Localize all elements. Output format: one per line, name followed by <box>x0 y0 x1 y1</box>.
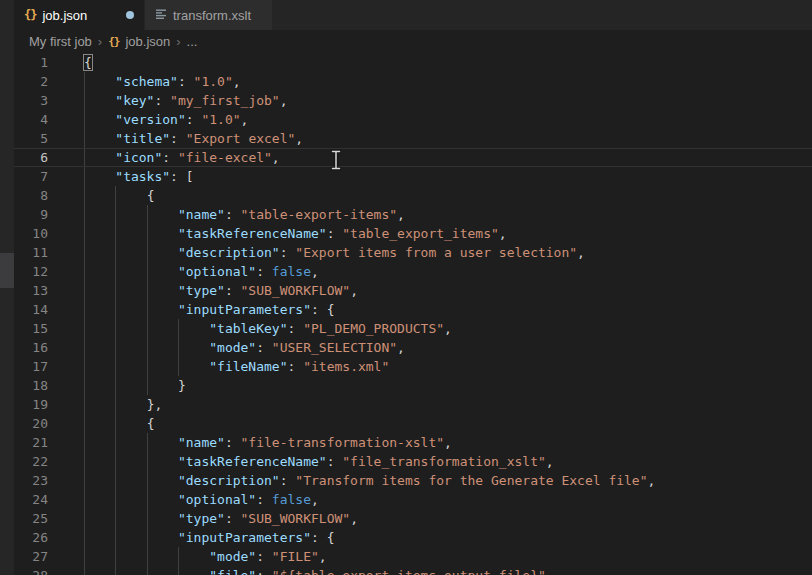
breadcrumb-item-symbol[interactable]: ... <box>187 34 198 49</box>
indent-guide <box>115 566 116 575</box>
code-line[interactable]: 15 "tableKey": "PL_DEMO_PRODUCTS", <box>14 319 812 338</box>
line-number[interactable]: 3 <box>14 91 48 110</box>
indent-guide <box>115 338 116 357</box>
code-line[interactable]: 26 "inputParameters": { <box>14 528 812 547</box>
code-line[interactable]: 6 "icon": "file-excel", <box>14 148 812 167</box>
indent-guide <box>115 414 116 433</box>
tab-job-json[interactable]: {} job.json <box>14 0 144 30</box>
line-number[interactable]: 16 <box>14 338 48 357</box>
line-number[interactable]: 22 <box>14 452 48 471</box>
code-line[interactable]: 13 "type": "SUB_WORKFLOW", <box>14 281 812 300</box>
code-line[interactable]: 20 { <box>14 414 812 433</box>
code-token: , <box>577 245 585 260</box>
code-line[interactable]: 5 "title": "Export excel", <box>14 129 812 148</box>
code-token: , <box>648 473 656 488</box>
code-token: "title" <box>115 131 170 146</box>
indent-guide <box>147 433 148 452</box>
code-token: }, <box>147 397 163 412</box>
indent-guide <box>178 319 179 338</box>
line-number[interactable]: 21 <box>14 433 48 452</box>
code-text: "schema": "1.0", <box>84 72 241 91</box>
line-number[interactable]: 19 <box>14 395 48 414</box>
code-token: : <box>162 150 178 165</box>
code-token: : <box>327 454 343 469</box>
line-number[interactable]: 15 <box>14 319 48 338</box>
indent-guide <box>84 224 85 243</box>
line-number[interactable]: 11 <box>14 243 48 262</box>
indent-guide <box>115 300 116 319</box>
indent-guide <box>147 357 148 376</box>
line-number[interactable]: 10 <box>14 224 48 243</box>
sidebar-scrollbar-track[interactable] <box>0 0 14 575</box>
line-number[interactable]: 28 <box>14 566 48 575</box>
line-number[interactable]: 14 <box>14 300 48 319</box>
line-number[interactable]: 9 <box>14 205 48 224</box>
leading-whitespace <box>84 378 178 393</box>
code-line[interactable]: 22 "taskReferenceName": "file_transforma… <box>14 452 812 471</box>
line-number[interactable]: 18 <box>14 376 48 395</box>
code-text: "inputParameters": { <box>84 300 334 319</box>
code-line[interactable]: 3 "key": "my_first_job", <box>14 91 812 110</box>
code-line[interactable]: 2 "schema": "1.0", <box>14 72 812 91</box>
line-number[interactable]: 13 <box>14 281 48 300</box>
code-token: : <box>288 359 304 374</box>
line-number[interactable]: 4 <box>14 110 48 129</box>
tab-label-job-json: job.json <box>42 8 87 23</box>
leading-whitespace <box>84 226 178 241</box>
code-token: false <box>272 492 311 507</box>
code-line[interactable]: 11 "description": "Export items from a u… <box>14 243 812 262</box>
code-token: "SUB_WORKFLOW" <box>241 511 351 526</box>
code-line[interactable]: 21 "name": "file-transformation-xslt", <box>14 433 812 452</box>
code-line[interactable]: 28 "file": "${table_export_items_output_… <box>14 566 812 575</box>
code-line[interactable]: 19 }, <box>14 395 812 414</box>
line-number[interactable]: 5 <box>14 129 48 148</box>
code-line[interactable]: 7 "tasks": [ <box>14 167 812 186</box>
code-token: "file-excel" <box>178 150 272 165</box>
line-number[interactable]: 8 <box>14 186 48 205</box>
code-token: "Export items from a user selection" <box>295 245 577 260</box>
indent-guide <box>147 281 148 300</box>
code-line[interactable]: 4 "version": "1.0", <box>14 110 812 129</box>
code-line[interactable]: 17 "fileName": "items.xml" <box>14 357 812 376</box>
code-line[interactable]: 1{ <box>14 53 812 72</box>
line-number[interactable]: 26 <box>14 528 48 547</box>
code-token: : <box>186 112 202 127</box>
modified-indicator-dot[interactable] <box>126 11 134 19</box>
line-number[interactable]: 20 <box>14 414 48 433</box>
code-line[interactable]: 12 "optional": false, <box>14 262 812 281</box>
code-line[interactable]: 16 "mode": "USER_SELECTION", <box>14 338 812 357</box>
line-number[interactable]: 7 <box>14 167 48 186</box>
code-token: "inputParameters" <box>178 530 311 545</box>
line-number[interactable]: 25 <box>14 509 48 528</box>
code-line[interactable]: 25 "type": "SUB_WORKFLOW", <box>14 509 812 528</box>
line-number[interactable]: 12 <box>14 262 48 281</box>
code-line[interactable]: 9 "name": "table-export-items", <box>14 205 812 224</box>
code-line[interactable]: 18 } <box>14 376 812 395</box>
indent-guide <box>84 91 85 110</box>
code-line[interactable]: 27 "mode": "FILE", <box>14 547 812 566</box>
line-number[interactable]: 24 <box>14 490 48 509</box>
code-line[interactable]: 8 { <box>14 186 812 205</box>
breadcrumb-item-file[interactable]: job.json <box>125 34 170 49</box>
line-number[interactable]: 23 <box>14 471 48 490</box>
line-number[interactable]: 1 <box>14 53 48 72</box>
indent-guide <box>147 547 148 566</box>
code-line[interactable]: 10 "taskReferenceName": "table_export_it… <box>14 224 812 243</box>
code-line[interactable]: 14 "inputParameters": { <box>14 300 812 319</box>
tab-transform-xslt[interactable]: transform.xslt <box>145 0 272 30</box>
line-number[interactable]: 6 <box>14 149 48 166</box>
code-token: : <box>154 93 170 108</box>
line-number[interactable]: 2 <box>14 72 48 91</box>
code-token: "type" <box>178 283 225 298</box>
code-text: }, <box>84 395 162 414</box>
leading-whitespace <box>84 454 178 469</box>
code-line[interactable]: 24 "optional": false, <box>14 490 812 509</box>
leading-whitespace <box>84 492 178 507</box>
code-token: , <box>295 131 303 146</box>
line-number[interactable]: 17 <box>14 357 48 376</box>
code-line[interactable]: 23 "description": "Transform items for t… <box>14 471 812 490</box>
line-number[interactable]: 27 <box>14 547 48 566</box>
breadcrumb-item-folder[interactable]: My first job <box>29 34 92 49</box>
sidebar-scrollbar-thumb[interactable] <box>0 253 14 288</box>
code-text: "key": "my_first_job", <box>84 91 288 110</box>
